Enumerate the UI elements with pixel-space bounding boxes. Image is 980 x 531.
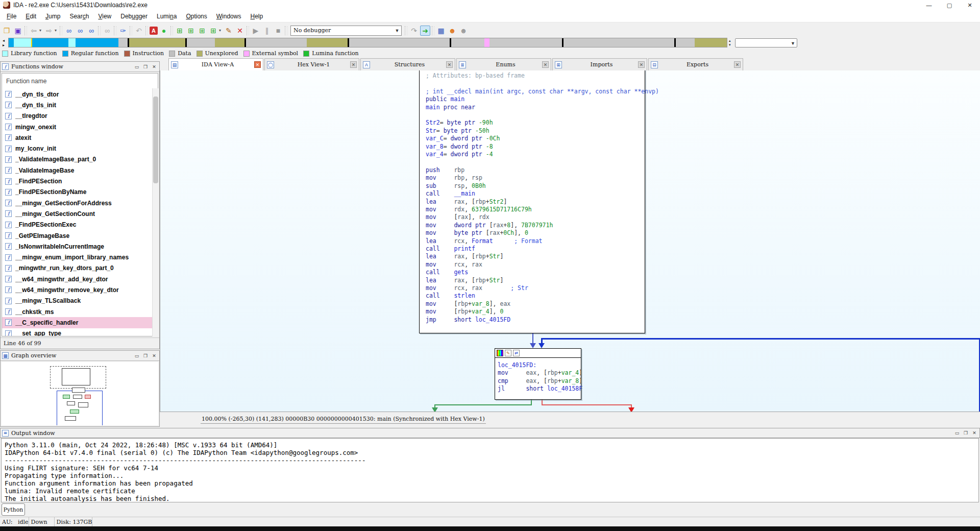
edit-icon[interactable]: ✎	[505, 350, 511, 356]
close-button[interactable]: ✕	[960, 0, 980, 10]
sync-icon[interactable]: ⇄	[513, 350, 520, 356]
search-again-icon[interactable]: ∞	[102, 26, 112, 36]
menu-file[interactable]: File	[2, 11, 21, 21]
functions-scrollbar[interactable]	[152, 88, 158, 336]
ascii-icon[interactable]: A	[150, 27, 158, 35]
disasm-node-loc-4015FD[interactable]: ✎ ⇄ loc_4015FD:mov eax, [rbp+var_4]cmp e…	[495, 348, 581, 400]
panel-float-icon[interactable]: ❐	[142, 352, 149, 359]
tab-close-icon[interactable]: ✕	[734, 61, 741, 68]
function-list-item[interactable]: f_FindPESectionByName	[2, 187, 158, 198]
add-breakpoint-icon[interactable]: ☻	[447, 26, 457, 36]
function-list-item[interactable]: f_FindPESection	[2, 176, 158, 186]
menu-help[interactable]: Help	[246, 11, 267, 21]
function-list-item[interactable]: f__dyn_tls_dtor	[2, 89, 158, 100]
tab-close-icon[interactable]: ✕	[350, 61, 357, 68]
panel-float-icon[interactable]: ❐	[142, 63, 149, 70]
debug-stop-icon[interactable]: ■	[273, 26, 283, 36]
output-window-titlebar[interactable]: ≡ Output window ▭ ❐ ✕	[0, 428, 980, 438]
search-binary-icon[interactable]: ∞	[64, 26, 74, 36]
graph-overview-canvas[interactable]	[2, 362, 158, 425]
tab-close-icon[interactable]: ✕	[446, 61, 453, 68]
save-file-icon[interactable]: ▣	[13, 26, 23, 36]
navigation-band[interactable]	[8, 38, 727, 47]
function-list-item[interactable]: f__dyn_tls_init	[2, 100, 158, 110]
function-list-item[interactable]: f__chkstk_ms	[2, 306, 158, 317]
maximize-button[interactable]: ▢	[939, 0, 960, 10]
lumina-quill-icon[interactable]: ✑	[118, 26, 128, 36]
tab-structures[interactable]: AStructures✕	[360, 58, 455, 70]
step-over-icon[interactable]: ↷	[409, 26, 419, 36]
function-list-item[interactable]: f__mingw_enum_import_library_names	[2, 252, 158, 262]
debugger-select[interactable]: No debugger▼	[290, 26, 402, 36]
nav-forward-icon[interactable]: ⇨	[44, 26, 54, 36]
set-func-end-icon[interactable]: ⊞	[186, 26, 196, 36]
menu-edit[interactable]: Edit	[21, 11, 41, 21]
menu-windows[interactable]: Windows	[212, 11, 246, 21]
function-list-item[interactable]: f__mingw_GetSectionCount	[2, 208, 158, 219]
undo-icon[interactable]: ↶	[134, 26, 144, 36]
analysis-indicator-icon[interactable]: ●	[159, 26, 169, 36]
function-list-item[interactable]: f_IsNonwritableInCurrentImage	[2, 241, 158, 252]
menu-options[interactable]: Options	[181, 11, 211, 21]
palette-icon[interactable]	[497, 350, 503, 356]
panel-minimize-icon[interactable]: ▭	[133, 63, 140, 70]
search-text-icon[interactable]: ∞	[75, 26, 85, 36]
tab-close-icon[interactable]: ✕	[254, 61, 261, 68]
function-list-item[interactable]: f_FindPESectionExec	[2, 220, 158, 230]
create-string-icon[interactable]: ⊞	[208, 26, 218, 36]
tab-enums[interactable]: ≣Enums✕	[456, 58, 551, 70]
panel-close-icon[interactable]: ✕	[151, 63, 158, 70]
open-file-icon[interactable]: ❐	[2, 26, 12, 36]
tab-exports[interactable]: ⊟Exports✕	[648, 58, 743, 70]
tab-ida-view-a[interactable]: ▤IDA View-A✕	[168, 58, 263, 70]
search-immediate-icon[interactable]: ∞	[86, 26, 96, 36]
function-list-item[interactable]: fmingw_onexit	[2, 122, 158, 132]
function-list-item[interactable]: f__w64_mingwthr_remove_key_dtor	[2, 284, 158, 295]
output-log[interactable]: Python 3.11.0 (main, Oct 24 2022, 18:26:…	[1, 438, 979, 502]
function-list-item[interactable]: f_ValidateImageBase	[2, 165, 158, 176]
functions-window-titlebar[interactable]: f Functions window ▭ ❐ ✕	[1, 62, 159, 72]
node-titlebar[interactable]: ✎ ⇄	[495, 349, 581, 358]
create-function-icon[interactable]: ⊞	[175, 26, 185, 36]
panel-minimize-icon[interactable]: ▭	[133, 352, 140, 359]
function-list-item[interactable]: f__mingw_TLScallback	[2, 296, 158, 306]
function-list-item[interactable]: fmy_lconv_init	[2, 143, 158, 154]
tab-hex-view-1[interactable]: ◯Hex View-1✕	[264, 58, 359, 70]
python-input-selector[interactable]: Python	[2, 503, 25, 516]
chevron-down-icon[interactable]: ▾	[219, 28, 223, 33]
menu-debugger[interactable]: Debugger	[116, 11, 152, 21]
panel-minimize-icon[interactable]: ❐	[962, 430, 969, 437]
debug-pause-icon[interactable]: ∥	[262, 26, 272, 36]
scrollbar-thumb[interactable]	[153, 96, 158, 183]
debug-start-icon[interactable]: ▶	[251, 26, 261, 36]
menu-view[interactable]: View	[93, 11, 116, 21]
tab-imports[interactable]: ⊞Imports✕	[552, 58, 647, 70]
function-list-item[interactable]: f_ValidateImageBase_part_0	[2, 154, 158, 165]
minimize-button[interactable]: —	[919, 0, 939, 10]
function-list-item[interactable]: fatexit	[2, 132, 158, 143]
menu-search[interactable]: Search	[65, 11, 93, 21]
panel-close-icon[interactable]: ✕	[971, 430, 978, 437]
panel-float-icon[interactable]: ▭	[953, 430, 961, 437]
chevron-down-icon[interactable]: ▾	[39, 28, 43, 33]
open-subviews-icon[interactable]: ▦	[436, 26, 446, 36]
band-scroll-arrows[interactable]: ◂▸	[3, 38, 5, 47]
create-array-icon[interactable]: ⊞	[197, 26, 207, 36]
function-list-item[interactable]: f__mingw_GetSectionForAddress	[2, 198, 158, 208]
menu-jump[interactable]: Jump	[41, 11, 65, 21]
function-list-item[interactable]: f__tlregdtor	[2, 111, 158, 122]
function-list-item[interactable]: f__set_app_type	[2, 328, 158, 336]
function-list-item[interactable]: f__C_specific_handler	[2, 317, 158, 328]
continue-icon[interactable]: ➜	[420, 26, 430, 36]
function-list-item[interactable]: f_GetPEImageBase	[2, 230, 158, 241]
function-list-item[interactable]: f_mingwthr_run_key_dtors_part_0	[2, 263, 158, 274]
function-list-item[interactable]: f__w64_mingwthr_add_key_dtor	[2, 274, 158, 284]
functions-column-header[interactable]: Function name	[2, 74, 158, 89]
remove-breakpoint-icon[interactable]: ☻	[458, 26, 469, 36]
tab-close-icon[interactable]: ✕	[542, 61, 549, 68]
ida-view-a-graph[interactable]: ; Attributes: bp-based frame ; int __cde…	[160, 70, 980, 412]
nav-back-icon[interactable]: ⇦	[29, 26, 39, 36]
tab-close-icon[interactable]: ✕	[638, 61, 645, 68]
disasm-node-main[interactable]: ; Attributes: bp-based frame ; int __cde…	[419, 70, 645, 333]
panel-close-icon[interactable]: ✕	[151, 352, 158, 359]
